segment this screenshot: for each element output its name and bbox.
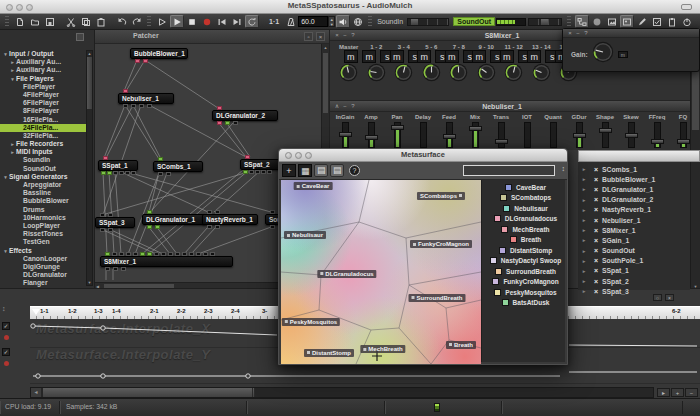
zoom-out-button[interactable]: − bbox=[685, 388, 698, 397]
copy-button[interactable] bbox=[79, 15, 93, 28]
lane-x-enable-checkbox[interactable]: ✓ bbox=[2, 322, 10, 330]
patcher-node-scombs_1[interactable]: SCombs_1 bbox=[153, 161, 203, 172]
delete-icon[interactable]: × bbox=[590, 186, 602, 193]
undo-button[interactable] bbox=[115, 15, 129, 28]
sidebar-item-bassline[interactable]: Bassline bbox=[0, 189, 86, 197]
preset-row-nastydactyl-swoop[interactable]: NastyDactyl Swoop bbox=[482, 256, 565, 267]
slider-handle[interactable] bbox=[599, 128, 612, 133]
sidebar-item-dlgranulator[interactable]: DLGranulator bbox=[0, 271, 86, 279]
toolbar-grip[interactable] bbox=[368, 16, 372, 27]
sidebar-item-8fileplayer[interactable]: 8FilePlayer bbox=[0, 107, 86, 115]
preset-row-peskymosquitos[interactable]: PeskyMosquitos bbox=[482, 287, 565, 298]
zoom-in-button[interactable]: + bbox=[671, 388, 684, 397]
delete-icon[interactable]: × bbox=[590, 227, 602, 234]
help-icon[interactable]: ? bbox=[349, 102, 357, 111]
tempo-spinner[interactable]: ▲▼ bbox=[328, 16, 335, 27]
save-file-button[interactable] bbox=[43, 15, 57, 28]
window-titlebar[interactable]: MetaSSpatosaurus - AudioMulch bbox=[0, 0, 700, 14]
list-view-button[interactable]: ▤ bbox=[314, 164, 328, 177]
object-row-dlgranulator_1[interactable]: ▸×DLGranulator_1 bbox=[578, 184, 690, 194]
sidebar-scrollbar[interactable]: ▲ ▼ bbox=[86, 50, 93, 286]
param-slider[interactable] bbox=[550, 122, 557, 148]
param-slider[interactable] bbox=[680, 122, 687, 148]
mute-button[interactable]: m bbox=[417, 50, 431, 63]
param-slider[interactable] bbox=[628, 122, 635, 148]
param-slider[interactable] bbox=[368, 122, 375, 148]
lane-y-enable-checkbox[interactable]: ✓ bbox=[2, 348, 10, 356]
slider-handle[interactable] bbox=[651, 139, 664, 144]
chevron-right-icon[interactable]: ▸ bbox=[9, 140, 16, 148]
param-slider[interactable] bbox=[524, 122, 531, 148]
sidebar-item-file-players[interactable]: ▾File Players bbox=[0, 75, 86, 83]
chevron-right-icon[interactable]: ▸ bbox=[578, 166, 590, 172]
scrollbar-thumb[interactable] bbox=[323, 53, 328, 113]
param-slider[interactable] bbox=[498, 122, 505, 148]
mute-button[interactable]: m bbox=[527, 50, 541, 63]
channel-gain-knob[interactable] bbox=[500, 63, 528, 86]
toolbar-grip[interactable] bbox=[5, 16, 9, 27]
patcher-node-dlgranulator_2[interactable]: DLGranulator_2 bbox=[212, 110, 278, 121]
object-row-nebuliser_1[interactable]: ▸×Nebuliser_1 bbox=[578, 215, 690, 225]
delete-icon[interactable]: × bbox=[590, 278, 602, 285]
patcher-view-button[interactable] bbox=[575, 15, 589, 28]
cut-button[interactable] bbox=[64, 15, 78, 28]
scroll-down-icon[interactable]: ▼ bbox=[87, 280, 92, 285]
patcher-node-nebuliser_1[interactable]: Nebuliser_1 bbox=[118, 93, 174, 104]
gain-mute-button[interactable]: m bbox=[618, 51, 628, 58]
slider-handle[interactable] bbox=[391, 125, 404, 130]
new-file-button[interactable] bbox=[13, 15, 27, 28]
sidebar-item-flanger[interactable]: Flanger bbox=[0, 279, 86, 287]
network-button[interactable] bbox=[351, 15, 365, 28]
soundin-slider[interactable] bbox=[407, 18, 449, 26]
preset-row-batsatdusk[interactable]: BatsAtDusk bbox=[482, 298, 565, 309]
chevron-right-icon[interactable]: ▸ bbox=[9, 148, 16, 156]
sidebar-item-loopplayer[interactable]: LoopPlayer bbox=[0, 222, 86, 230]
about-button[interactable] bbox=[680, 15, 694, 28]
sidebar-item-file-recorders[interactable]: ▸File Recorders bbox=[0, 140, 86, 148]
mute-button[interactable]: m bbox=[390, 50, 404, 63]
sidebar-item-24filepla-[interactable]: 24FilePla... bbox=[0, 124, 86, 132]
preset-chip-funkycromagnon[interactable]: FunkyCroMagnon bbox=[410, 240, 472, 248]
snapshots-button[interactable] bbox=[650, 15, 664, 28]
preset-chip-nebulisaur[interactable]: Nebulisaur bbox=[284, 231, 326, 239]
metasurface-view-button[interactable] bbox=[620, 15, 634, 28]
monitor-view-button[interactable] bbox=[590, 15, 604, 28]
sidebar-item-auxiliary-au-[interactable]: ▸Auxiliary Au... bbox=[0, 58, 86, 66]
object-row-scombs_1[interactable]: ▸×SCombs_1 bbox=[578, 164, 690, 174]
mute-button[interactable]: m bbox=[472, 50, 486, 63]
delete-icon[interactable]: × bbox=[590, 247, 602, 254]
preset-chip-surroundbreath[interactable]: SurroundBreath bbox=[408, 294, 465, 302]
paste-button[interactable] bbox=[94, 15, 108, 28]
preset-row-surroundbreath[interactable]: SurroundBreath bbox=[482, 266, 565, 277]
param-slider[interactable] bbox=[342, 122, 349, 148]
preset-chip-distantstomp[interactable]: DistantStomp bbox=[304, 349, 354, 357]
slider-handle[interactable] bbox=[677, 139, 690, 144]
minimize-icon[interactable]: − bbox=[341, 31, 349, 40]
patcher-node-s8mixer_1[interactable]: S8Mixer_1 bbox=[100, 256, 233, 267]
sidebar-item-4fileplayer[interactable]: 4FilePlayer bbox=[0, 91, 86, 99]
lane-y-record-icon[interactable] bbox=[4, 361, 9, 366]
object-row-sspat_2[interactable]: ▸×SSpat_2 bbox=[578, 276, 690, 286]
help-icon[interactable]: ? bbox=[349, 31, 357, 40]
delete-icon[interactable]: × bbox=[590, 176, 602, 183]
audio-enable-button[interactable] bbox=[336, 15, 350, 28]
sidebar-item-digigrunge[interactable]: DigiGrunge bbox=[0, 263, 86, 271]
stop-button[interactable] bbox=[185, 15, 199, 28]
object-row-nastyreverb_1[interactable]: ▸×NastyReverb_1 bbox=[578, 205, 690, 215]
object-row-dlgranulator_2[interactable]: ▸×DLGranulator_2 bbox=[578, 195, 690, 205]
preset-row-distantstomp[interactable]: DistantStomp bbox=[482, 245, 565, 256]
slider-handle[interactable] bbox=[469, 126, 482, 131]
sidebar-item-arpeggiator[interactable]: Arpeggiator bbox=[0, 181, 86, 189]
sidebar-pin-icon[interactable] bbox=[76, 33, 84, 41]
play-from-start-button[interactable] bbox=[155, 15, 169, 28]
scrollbar-thumb[interactable] bbox=[87, 57, 92, 109]
sidebar-item-32filepla-[interactable]: 32FilePla... bbox=[0, 132, 86, 140]
chevron-down-icon[interactable]: ▾ bbox=[2, 173, 9, 181]
chevron-right-icon[interactable]: ▸ bbox=[578, 207, 590, 213]
object-row-sgain_1[interactable]: ▸×SGain_1 bbox=[578, 235, 690, 245]
object-row-southpole_1[interactable]: ▸×SouthPole_1 bbox=[578, 256, 690, 266]
object-row-sspat_1[interactable]: ▸×SSpat_1 bbox=[578, 266, 690, 276]
objects-panel-header[interactable] bbox=[578, 150, 700, 162]
close-icon[interactable]: × bbox=[566, 29, 574, 38]
sort-icon[interactable]: ↕ bbox=[562, 165, 566, 172]
